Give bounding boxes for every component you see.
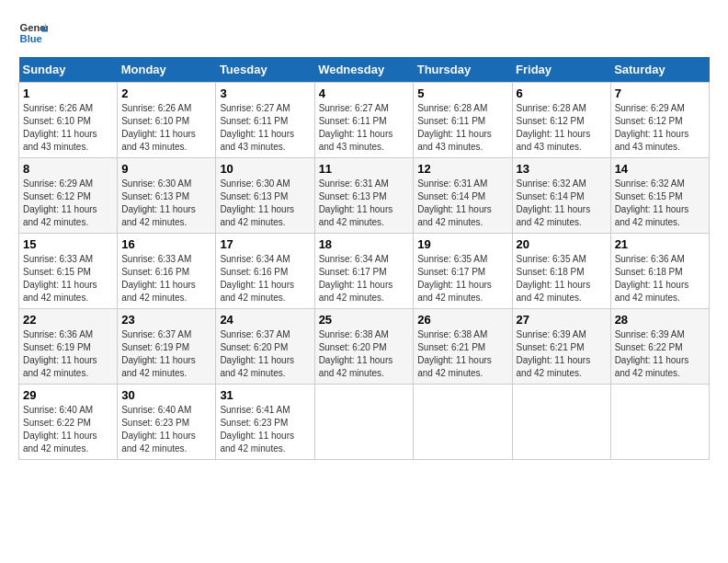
day-number: 27	[517, 313, 607, 327]
calendar-cell: 12 Sunrise: 6:31 AMSunset: 6:14 PMDaylig…	[414, 158, 512, 234]
day-details: Sunrise: 6:33 AMSunset: 6:15 PMDaylight:…	[23, 254, 97, 303]
day-number: 31	[220, 388, 310, 402]
day-details: Sunrise: 6:32 AMSunset: 6:14 PMDaylight:…	[517, 178, 591, 227]
day-details: Sunrise: 6:36 AMSunset: 6:19 PMDaylight:…	[23, 329, 97, 378]
day-details: Sunrise: 6:34 AMSunset: 6:16 PMDaylight:…	[220, 254, 294, 303]
day-number: 15	[23, 237, 113, 251]
calendar-cell: 9 Sunrise: 6:30 AMSunset: 6:13 PMDayligh…	[118, 158, 216, 234]
calendar-cell: 19 Sunrise: 6:35 AMSunset: 6:17 PMDaylig…	[414, 234, 512, 309]
logo-icon: General Blue	[18, 18, 48, 48]
day-details: Sunrise: 6:33 AMSunset: 6:16 PMDaylight:…	[121, 254, 196, 303]
calendar-cell: 1 Sunrise: 6:26 AMSunset: 6:10 PMDayligh…	[19, 83, 118, 158]
calendar-week-row: 15 Sunrise: 6:33 AMSunset: 6:15 PMDaylig…	[19, 234, 710, 309]
calendar-cell: 11 Sunrise: 6:31 AMSunset: 6:13 PMDaylig…	[314, 158, 414, 234]
day-details: Sunrise: 6:26 AMSunset: 6:10 PMDaylight:…	[23, 103, 97, 152]
day-details: Sunrise: 6:28 AMSunset: 6:12 PMDaylight:…	[517, 103, 591, 152]
weekday-header-saturday: Saturday	[610, 57, 709, 83]
day-details: Sunrise: 6:37 AMSunset: 6:19 PMDaylight:…	[121, 329, 196, 378]
calendar-cell: 27 Sunrise: 6:39 AMSunset: 6:21 PMDaylig…	[512, 309, 610, 385]
day-details: Sunrise: 6:36 AMSunset: 6:18 PMDaylight:…	[615, 254, 689, 303]
day-number: 21	[615, 237, 705, 251]
day-number: 22	[23, 313, 113, 327]
day-number: 30	[121, 388, 211, 402]
svg-text:Blue: Blue	[20, 33, 42, 44]
weekday-header-monday: Monday	[118, 57, 216, 83]
day-details: Sunrise: 6:29 AMSunset: 6:12 PMDaylight:…	[615, 103, 689, 152]
day-details: Sunrise: 6:39 AMSunset: 6:22 PMDaylight:…	[615, 329, 689, 378]
calendar-week-row: 22 Sunrise: 6:36 AMSunset: 6:19 PMDaylig…	[19, 309, 710, 385]
calendar-week-row: 29 Sunrise: 6:40 AMSunset: 6:22 PMDaylig…	[19, 385, 710, 460]
calendar-week-row: 1 Sunrise: 6:26 AMSunset: 6:10 PMDayligh…	[19, 83, 710, 158]
calendar-header-row: SundayMondayTuesdayWednesdayThursdayFrid…	[19, 57, 710, 83]
calendar-cell: 15 Sunrise: 6:33 AMSunset: 6:15 PMDaylig…	[19, 234, 118, 309]
day-details: Sunrise: 6:40 AMSunset: 6:23 PMDaylight:…	[121, 405, 196, 454]
day-details: Sunrise: 6:40 AMSunset: 6:22 PMDaylight:…	[23, 405, 97, 454]
weekday-header-tuesday: Tuesday	[216, 57, 314, 83]
calendar-cell: 22 Sunrise: 6:36 AMSunset: 6:19 PMDaylig…	[19, 309, 118, 385]
calendar-cell: 23 Sunrise: 6:37 AMSunset: 6:19 PMDaylig…	[118, 309, 216, 385]
calendar-cell: 16 Sunrise: 6:33 AMSunset: 6:16 PMDaylig…	[118, 234, 216, 309]
calendar-cell: 14 Sunrise: 6:32 AMSunset: 6:15 PMDaylig…	[610, 158, 709, 234]
day-number: 24	[220, 313, 310, 327]
calendar-cell: 3 Sunrise: 6:27 AMSunset: 6:11 PMDayligh…	[216, 83, 314, 158]
day-number: 11	[319, 162, 410, 176]
day-details: Sunrise: 6:41 AMSunset: 6:23 PMDaylight:…	[220, 405, 294, 454]
weekday-header-sunday: Sunday	[19, 57, 118, 83]
day-number: 17	[220, 237, 310, 251]
day-details: Sunrise: 6:29 AMSunset: 6:12 PMDaylight:…	[23, 178, 97, 227]
day-number: 7	[615, 86, 705, 100]
calendar-cell	[314, 385, 414, 460]
day-number: 25	[319, 313, 410, 327]
calendar-cell: 20 Sunrise: 6:35 AMSunset: 6:18 PMDaylig…	[512, 234, 610, 309]
calendar-cell: 18 Sunrise: 6:34 AMSunset: 6:17 PMDaylig…	[314, 234, 414, 309]
calendar-cell: 17 Sunrise: 6:34 AMSunset: 6:16 PMDaylig…	[216, 234, 314, 309]
day-number: 5	[417, 86, 507, 100]
calendar-cell: 25 Sunrise: 6:38 AMSunset: 6:20 PMDaylig…	[314, 309, 414, 385]
day-number: 4	[319, 86, 410, 100]
day-details: Sunrise: 6:39 AMSunset: 6:21 PMDaylight:…	[517, 329, 591, 378]
day-details: Sunrise: 6:32 AMSunset: 6:15 PMDaylight:…	[615, 178, 689, 227]
day-number: 23	[121, 313, 211, 327]
logo: General Blue	[18, 18, 48, 48]
calendar-cell: 28 Sunrise: 6:39 AMSunset: 6:22 PMDaylig…	[610, 309, 709, 385]
calendar-cell: 30 Sunrise: 6:40 AMSunset: 6:23 PMDaylig…	[118, 385, 216, 460]
calendar-body: 1 Sunrise: 6:26 AMSunset: 6:10 PMDayligh…	[19, 83, 710, 460]
calendar-cell: 8 Sunrise: 6:29 AMSunset: 6:12 PMDayligh…	[19, 158, 118, 234]
day-number: 8	[23, 162, 113, 176]
day-number: 1	[23, 86, 113, 100]
calendar-cell: 2 Sunrise: 6:26 AMSunset: 6:10 PMDayligh…	[118, 83, 216, 158]
day-details: Sunrise: 6:28 AMSunset: 6:11 PMDaylight:…	[417, 103, 492, 152]
day-number: 9	[121, 162, 211, 176]
calendar-cell: 13 Sunrise: 6:32 AMSunset: 6:14 PMDaylig…	[512, 158, 610, 234]
day-details: Sunrise: 6:30 AMSunset: 6:13 PMDaylight:…	[121, 178, 196, 227]
day-details: Sunrise: 6:27 AMSunset: 6:11 PMDaylight:…	[319, 103, 393, 152]
calendar-table: SundayMondayTuesdayWednesdayThursdayFrid…	[18, 57, 710, 460]
calendar-cell: 10 Sunrise: 6:30 AMSunset: 6:13 PMDaylig…	[216, 158, 314, 234]
day-number: 20	[517, 237, 607, 251]
day-details: Sunrise: 6:35 AMSunset: 6:18 PMDaylight:…	[517, 254, 591, 303]
day-number: 6	[517, 86, 607, 100]
calendar-cell	[414, 385, 512, 460]
day-details: Sunrise: 6:31 AMSunset: 6:13 PMDaylight:…	[319, 178, 393, 227]
calendar-cell: 31 Sunrise: 6:41 AMSunset: 6:23 PMDaylig…	[216, 385, 314, 460]
day-details: Sunrise: 6:38 AMSunset: 6:20 PMDaylight:…	[319, 329, 393, 378]
calendar-cell: 21 Sunrise: 6:36 AMSunset: 6:18 PMDaylig…	[610, 234, 709, 309]
calendar-cell: 6 Sunrise: 6:28 AMSunset: 6:12 PMDayligh…	[512, 83, 610, 158]
day-number: 3	[220, 86, 310, 100]
day-details: Sunrise: 6:35 AMSunset: 6:17 PMDaylight:…	[417, 254, 492, 303]
day-details: Sunrise: 6:27 AMSunset: 6:11 PMDaylight:…	[220, 103, 294, 152]
calendar-cell: 24 Sunrise: 6:37 AMSunset: 6:20 PMDaylig…	[216, 309, 314, 385]
day-number: 19	[417, 237, 507, 251]
calendar-week-row: 8 Sunrise: 6:29 AMSunset: 6:12 PMDayligh…	[19, 158, 710, 234]
day-number: 2	[121, 86, 211, 100]
day-number: 10	[220, 162, 310, 176]
weekday-header-friday: Friday	[512, 57, 610, 83]
day-number: 12	[417, 162, 507, 176]
day-details: Sunrise: 6:31 AMSunset: 6:14 PMDaylight:…	[417, 178, 492, 227]
day-details: Sunrise: 6:34 AMSunset: 6:17 PMDaylight:…	[319, 254, 393, 303]
day-number: 16	[121, 237, 211, 251]
day-number: 18	[319, 237, 410, 251]
calendar-cell: 29 Sunrise: 6:40 AMSunset: 6:22 PMDaylig…	[19, 385, 118, 460]
calendar-cell: 5 Sunrise: 6:28 AMSunset: 6:11 PMDayligh…	[414, 83, 512, 158]
day-details: Sunrise: 6:38 AMSunset: 6:21 PMDaylight:…	[417, 329, 492, 378]
